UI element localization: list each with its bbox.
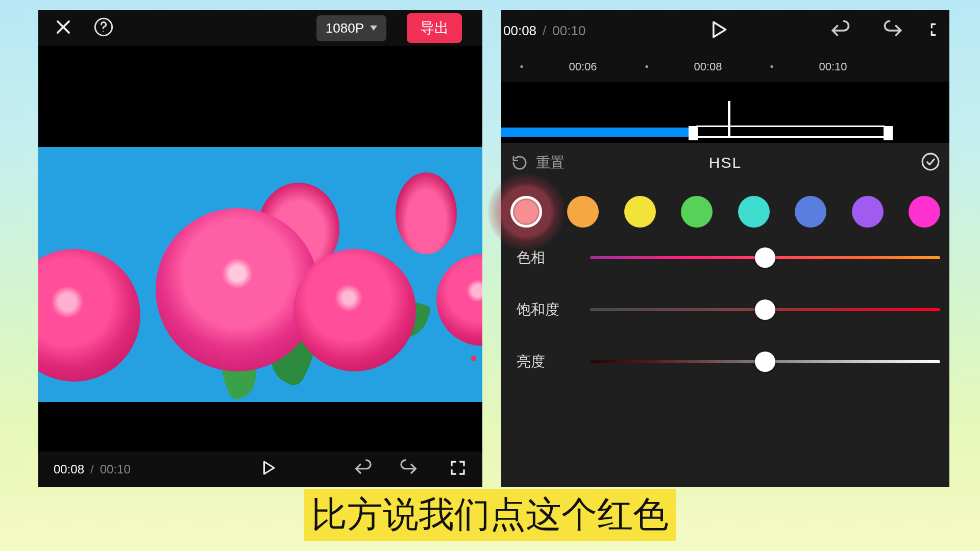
help-icon[interactable] — [93, 17, 114, 39]
close-icon[interactable] — [54, 17, 73, 39]
time-separator: / — [543, 23, 546, 39]
saturation-slider[interactable] — [590, 308, 940, 311]
ruler-tick: 00:10 — [819, 60, 847, 73]
preview-frame — [38, 147, 482, 402]
reset-button[interactable]: 重置 — [510, 153, 565, 172]
svg-point-1 — [103, 31, 104, 32]
play-icon[interactable] — [259, 459, 277, 480]
play-icon[interactable] — [707, 18, 729, 43]
ruler-tick: 00:06 — [569, 60, 597, 73]
hue-thumb[interactable] — [755, 247, 775, 268]
time-total: 00:10 — [552, 23, 585, 39]
selection-handle-left[interactable] — [689, 126, 698, 140]
resolution-dropdown[interactable]: 1080P — [316, 15, 386, 41]
resolution-label: 1080P — [326, 20, 364, 36]
timeline-track[interactable] — [501, 82, 949, 143]
redo-icon[interactable] — [882, 18, 904, 43]
chevron-down-icon — [370, 26, 377, 31]
svg-point-2 — [922, 154, 939, 170]
confirm-icon[interactable] — [921, 152, 940, 173]
saturation-thumb[interactable] — [755, 299, 775, 320]
time-total: 00:10 — [100, 462, 131, 477]
ruler-tick: 00:08 — [694, 60, 722, 73]
selection-handle-right[interactable] — [884, 126, 893, 140]
left-transport-bar: 00:08 / 00:10 — [38, 452, 482, 487]
hsl-sliders: 色相 饱和度 亮度 — [501, 243, 949, 371]
fullscreen-icon[interactable] — [449, 459, 467, 480]
undo-icon[interactable] — [829, 18, 851, 43]
time-current: 00:08 — [54, 462, 84, 477]
luminance-slider-row: 亮度 — [517, 352, 940, 371]
luminance-thumb[interactable] — [755, 352, 775, 372]
right-transport-bar: 00:08 / 00:10 — [501, 10, 949, 51]
color-swatch-orange[interactable] — [567, 196, 599, 228]
color-swatch-yellow[interactable] — [624, 196, 656, 228]
saturation-label: 饱和度 — [517, 300, 573, 319]
left-header: 1080P 导出 — [38, 10, 482, 46]
reset-label: 重置 — [536, 153, 565, 172]
color-swatch-magenta[interactable] — [909, 196, 940, 228]
video-clip[interactable] — [501, 128, 695, 137]
color-swatch-purple[interactable] — [852, 196, 884, 228]
color-swatch-red[interactable] — [510, 196, 542, 228]
fullscreen-icon[interactable] — [929, 20, 945, 41]
hsl-color-row — [501, 181, 949, 243]
hue-slider[interactable] — [590, 256, 940, 259]
redo-icon[interactable] — [399, 458, 419, 481]
timeline-ruler[interactable]: 00:06 00:08 00:10 — [501, 51, 949, 82]
saturation-slider-row: 饱和度 — [517, 300, 940, 319]
hsl-header: 重置 HSL — [501, 145, 949, 181]
subtitle-caption: 比方说我们点这个红色 — [304, 489, 676, 541]
time-current: 00:08 — [503, 23, 536, 39]
color-swatch-blue[interactable] — [795, 196, 826, 228]
export-button[interactable]: 导出 — [407, 13, 462, 43]
editor-left-pane: 1080P 导出 00:08 / 00:10 — [38, 10, 482, 487]
color-swatch-cyan[interactable] — [738, 196, 770, 228]
hue-label: 色相 — [517, 248, 573, 267]
luminance-slider[interactable] — [590, 360, 940, 363]
playhead[interactable] — [728, 101, 730, 137]
video-preview[interactable] — [38, 46, 482, 452]
panel-title: HSL — [709, 154, 742, 171]
selection-range[interactable] — [696, 126, 885, 138]
undo-icon[interactable] — [353, 458, 373, 481]
color-swatch-green[interactable] — [681, 196, 713, 228]
hue-slider-row: 色相 — [517, 248, 940, 267]
luminance-label: 亮度 — [517, 352, 573, 371]
editor-right-pane: 00:08 / 00:10 00:06 00:08 00:10 — [501, 10, 949, 487]
time-separator: / — [90, 462, 94, 477]
hsl-panel: 重置 HSL 色相 饱和度 亮度 — [501, 143, 949, 487]
